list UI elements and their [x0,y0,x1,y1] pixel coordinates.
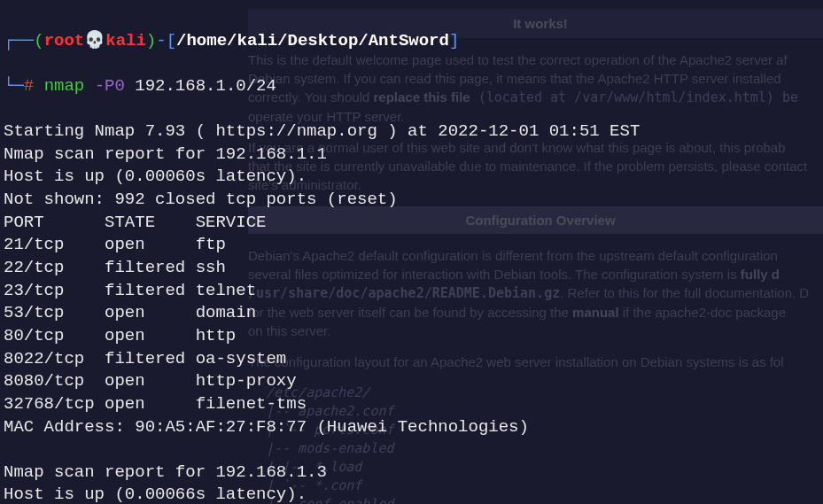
port-row: 22/tcp filtered ssh [4,258,226,277]
skull-icon: 💀 [84,31,105,50]
command-name: nmap [44,76,85,96]
prompt-line-1: ┌──(root💀kali)-[/home/kali/Desktop/AntSw… [4,30,819,53]
scan-report-host2: Nmap scan report for 192.168.1.3 [4,462,327,482]
port-row: 23/tcp filtered telnet [4,281,256,300]
nmap-start-line: Starting Nmap 7.93 ( https://nmap.org ) … [4,121,640,141]
command-target: 192.168.1.0/24 [135,76,276,96]
port-row: 21/tcp open ftp [4,235,226,254]
not-shown-1: Not shown: 992 closed tcp ports (reset) [4,190,398,209]
cwd-path: /home/kali/Desktop/AntSword [176,31,449,50]
port-row: 8022/tcp filtered oa-system [4,349,286,368]
port-row: 53/tcp open domain [4,303,256,322]
terminal-output[interactable]: ┌──(root💀kali)-[/home/kali/Desktop/AntSw… [0,0,823,504]
mac-address: MAC Address: 90:A5:AF:27:F8:77 (Huawei T… [4,417,529,437]
host-up-1: Host is up (0.00060s latency). [4,167,307,186]
prompt-line-2: └─# nmap -P0 192.168.1.0/24 [4,75,819,98]
command-flag: -P0 [95,76,125,96]
port-row: 32768/tcp open filenet-tms [4,394,307,414]
scan-report-host1: Nmap scan report for 192.168.1.1 [4,144,327,164]
port-row: 8080/tcp open http-proxy [4,371,297,391]
port-row: 80/tcp open http [4,326,236,345]
host-up-2: Host is up (0.00066s latency). [4,485,307,504]
port-header: PORT STATE SERVICE [4,213,266,232]
